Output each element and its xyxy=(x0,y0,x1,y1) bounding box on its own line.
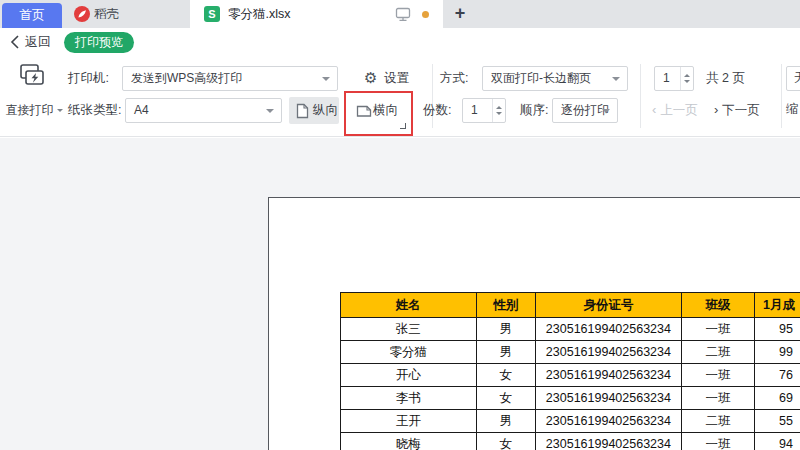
portrait-page-icon xyxy=(296,103,309,119)
toolbar: 直接打印 打印机: 发送到WPS高级打印 ⚙ 设置 方式: 双面打印-长边翻页 … xyxy=(0,56,800,137)
copies-value: 1 xyxy=(471,99,478,122)
table-cell: 李书 xyxy=(341,387,477,410)
table-cell: 一班 xyxy=(681,318,754,341)
paper-type-select[interactable]: A4 xyxy=(125,98,282,123)
table-cell: 94 xyxy=(755,433,800,450)
printer-label: 打印机: xyxy=(68,66,109,91)
print-zoom-select[interactable]: 无 xyxy=(786,66,800,91)
direct-print-icon xyxy=(16,62,48,90)
monitor-icon[interactable] xyxy=(395,6,411,22)
duplex-method-value: 双面打印-长边翻页 xyxy=(491,71,591,85)
arrow-down-icon[interactable] xyxy=(684,80,690,86)
portrait-button[interactable]: 纵向 xyxy=(289,97,339,124)
table-row: 王开 男 230516199402563234 二班 55 xyxy=(341,410,800,433)
table-cell: 晓梅 xyxy=(341,433,477,450)
settings-button[interactable]: 设置 xyxy=(384,66,409,91)
table-row: 零分猫 男 230516199402563234 二班 99 xyxy=(341,341,800,364)
printer-select-value: 发送到WPS高级打印 xyxy=(131,71,242,85)
back-button[interactable]: 返回 xyxy=(10,28,51,56)
spreadsheet-icon: S xyxy=(204,6,220,22)
paper-type-value: A4 xyxy=(134,103,149,117)
table-cell: 女 xyxy=(476,433,536,450)
spinner-arrows xyxy=(680,67,693,90)
landscape-highlight-annotation xyxy=(344,91,413,136)
table-cell: 一班 xyxy=(681,433,754,450)
preview-page: 姓名 性别 身份证号 班级 1月成 张三 男 23051619940256323… xyxy=(268,197,800,450)
table-cell: 一班 xyxy=(681,387,754,410)
table-cell: 95 xyxy=(755,318,800,341)
chevron-down-icon xyxy=(266,109,274,117)
next-page-label: 下一页 xyxy=(722,103,760,117)
duplex-method-select[interactable]: 双面打印-长边翻页 xyxy=(482,66,628,91)
printer-select[interactable]: 发送到WPS高级打印 xyxy=(122,66,338,91)
table-cell: 一班 xyxy=(681,364,754,387)
page-number-spinner[interactable]: 1 xyxy=(654,66,694,91)
print-preview-badge: 打印预览 xyxy=(64,32,134,53)
table-cell: 230516199402563234 xyxy=(536,364,682,387)
tab-document[interactable]: S 零分猫.xlsx xyxy=(190,0,443,28)
arrow-up-icon[interactable] xyxy=(684,71,690,77)
prev-page-button[interactable]: ‹上一页 xyxy=(652,97,698,122)
table-cell: 男 xyxy=(476,318,536,341)
next-page-button[interactable]: ›下一页 xyxy=(714,97,760,122)
tab-home[interactable]: 首页 xyxy=(2,3,62,28)
table-cell: 76 xyxy=(755,364,800,387)
header-score: 1月成 xyxy=(755,293,800,318)
table-cell: 女 xyxy=(476,364,536,387)
total-pages-label: 共 2 页 xyxy=(706,66,745,91)
table-row: 晓梅 女 230516199402563234 一班 94 xyxy=(341,433,800,450)
table-cell: 230516199402563234 xyxy=(536,387,682,410)
copies-spinner[interactable]: 1 xyxy=(462,98,506,123)
unsaved-dot-icon xyxy=(422,11,429,18)
table-cell: 二班 xyxy=(681,341,754,364)
collate-order-select[interactable]: 逐份打印 xyxy=(552,98,618,123)
tab-docer-label: 稻壳 xyxy=(94,0,119,28)
zoom-label-clipped: 缩 xyxy=(786,97,799,122)
direct-print-label: 直接打印 xyxy=(6,103,54,117)
docer-icon xyxy=(74,6,90,22)
table-cell: 女 xyxy=(476,387,536,410)
chevron-down-icon xyxy=(322,77,330,85)
arrow-down-icon[interactable] xyxy=(496,112,502,118)
table-header-row: 姓名 性别 身份证号 班级 1月成 xyxy=(341,293,800,318)
toolbar-divider xyxy=(781,64,782,128)
print-preview-area: 姓名 性别 身份证号 班级 1月成 张三 男 23051619940256323… xyxy=(0,138,800,450)
back-label: 返回 xyxy=(25,34,51,49)
header-name: 姓名 xyxy=(341,293,477,318)
new-tab-button[interactable]: + xyxy=(448,0,472,28)
order-label: 顺序: xyxy=(520,98,548,123)
chevron-right-icon: › xyxy=(714,102,718,117)
header-class: 班级 xyxy=(681,293,754,318)
direct-print-button[interactable]: 直接打印 xyxy=(2,102,66,119)
tab-bar: 首页 稻壳 S 零分猫.xlsx + xyxy=(0,0,800,28)
paper-type-label: 纸张类型: xyxy=(68,98,121,123)
chevron-down-icon xyxy=(602,109,610,117)
spinner-arrows xyxy=(492,99,505,122)
table-cell: 230516199402563234 xyxy=(536,341,682,364)
arrow-up-icon[interactable] xyxy=(496,103,502,109)
table-cell: 二班 xyxy=(681,410,754,433)
table-cell: 张三 xyxy=(341,318,477,341)
tab-docer[interactable]: 稻壳 xyxy=(66,0,186,28)
method-label: 方式: xyxy=(440,66,468,91)
table-cell: 开心 xyxy=(341,364,477,387)
table-cell: 零分猫 xyxy=(341,341,477,364)
table-cell: 230516199402563234 xyxy=(536,433,682,450)
table-cell: 男 xyxy=(476,410,536,433)
page-number-value: 1 xyxy=(663,67,670,90)
copies-label: 份数: xyxy=(423,98,451,123)
table-cell: 230516199402563234 xyxy=(536,318,682,341)
table-cell: 55 xyxy=(755,410,800,433)
table-cell: 男 xyxy=(476,341,536,364)
chevron-down-icon xyxy=(57,109,63,115)
table-cell: 99 xyxy=(755,341,800,364)
header-gender: 性别 xyxy=(476,293,536,318)
chevron-down-icon xyxy=(612,77,620,85)
wps-print-preview-window: 首页 稻壳 S 零分猫.xlsx + 返回 打印预览 xyxy=(0,0,800,450)
table-cell: 230516199402563234 xyxy=(536,410,682,433)
toolbar-divider xyxy=(640,64,641,128)
gear-icon: ⚙ xyxy=(364,66,377,91)
portrait-label: 纵向 xyxy=(313,97,338,124)
table-cell: 69 xyxy=(755,387,800,410)
table-row: 张三 男 230516199402563234 一班 95 xyxy=(341,318,800,341)
